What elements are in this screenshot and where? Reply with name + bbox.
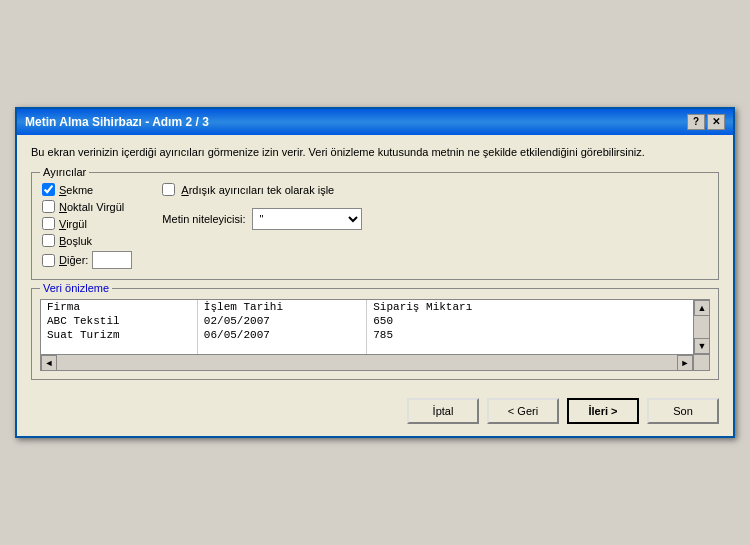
- table-row: Firma İşlem Tarihi Sipariş Miktarı: [41, 300, 709, 314]
- checkbox-item-diger[interactable]: Diğer:: [42, 251, 132, 269]
- checkbox-item-noktali[interactable]: Noktalı Virgül: [42, 200, 132, 213]
- next-button[interactable]: İleri >: [567, 398, 639, 424]
- button-bar: İptal < Geri İleri > Son: [17, 390, 733, 436]
- description-text: Bu ekran verinizin içerdiği ayırıcıları …: [31, 145, 719, 160]
- preview-group-label: Veri önizleme: [40, 282, 112, 294]
- scroll-track-vertical[interactable]: [694, 316, 709, 338]
- checkbox-sekme[interactable]: [42, 183, 55, 196]
- label-virgul: Virgül: [59, 218, 87, 230]
- col-tarih-header: İşlem Tarihi: [197, 300, 366, 314]
- scroll-right-button[interactable]: ►: [677, 355, 693, 371]
- label-diger: Diğer:: [59, 254, 88, 266]
- scroll-down-button[interactable]: ▼: [694, 338, 710, 354]
- checkbox-list: Sekme Noktalı Virgül Virgül Boşluk Diğer…: [42, 183, 132, 269]
- checkbox-item-bosluk[interactable]: Boşluk: [42, 234, 132, 247]
- diger-text-input[interactable]: [92, 251, 132, 269]
- right-options: Ardışık ayırıcıları tek olarak işle Meti…: [162, 183, 361, 230]
- col-miktar-header: Sipariş Miktarı: [367, 300, 709, 314]
- finish-button[interactable]: Son: [647, 398, 719, 424]
- ardisik-row: Ardışık ayırıcıları tek olarak işle: [162, 183, 361, 196]
- label-bosluk: Boşluk: [59, 235, 92, 247]
- help-button[interactable]: ?: [687, 114, 705, 130]
- qualifier-label: Metin niteleyicisi:: [162, 213, 245, 225]
- dialog-title: Metin Alma Sihirbazı - Adım 2 / 3: [25, 115, 209, 129]
- checkbox-item-virgul[interactable]: Virgül: [42, 217, 132, 230]
- cell-firma-2: Suat Turizm: [41, 328, 197, 342]
- vertical-scrollbar[interactable]: ▲ ▼: [693, 300, 709, 354]
- checkbox-diger[interactable]: [42, 254, 55, 267]
- qualifier-select[interactable]: " ' {yok}: [252, 208, 362, 230]
- label-noktali: Noktalı Virgül: [59, 201, 124, 213]
- title-bar-buttons: ? ✕: [687, 114, 725, 130]
- cell-miktar-2: 785: [367, 328, 709, 342]
- checkbox-noktali[interactable]: [42, 200, 55, 213]
- label-sekme: Sekme: [59, 184, 93, 196]
- label-ardisik: Ardışık ayırıcıları tek olarak işle: [181, 184, 334, 196]
- preview-table-container: Firma İşlem Tarihi Sipariş Miktarı ABC T…: [40, 299, 710, 371]
- cell-tarih-2: 06/05/2007: [197, 328, 366, 342]
- dialog-window: Metin Alma Sihirbazı - Adım 2 / 3 ? ✕ Bu…: [15, 107, 735, 438]
- cell-tarih-1: 02/05/2007: [197, 314, 366, 328]
- checkbox-ardisik[interactable]: [162, 183, 175, 196]
- checkbox-item-sekme[interactable]: Sekme: [42, 183, 132, 196]
- table-row: ABC Tekstil 02/05/2007 650: [41, 314, 709, 328]
- separators-group: Ayırıcılar Sekme Noktalı Virgül Virgül B…: [31, 172, 719, 280]
- preview-group: Veri önizleme Firma İşlem Tarihi Sipariş…: [31, 288, 719, 380]
- scroll-up-button[interactable]: ▲: [694, 300, 710, 316]
- cell-firma-1: ABC Tekstil: [41, 314, 197, 328]
- scroll-corner: [693, 354, 709, 370]
- table-row: Suat Turizm 06/05/2007 785: [41, 328, 709, 342]
- horizontal-scrollbar[interactable]: ◄ ►: [41, 354, 693, 370]
- separators-group-label: Ayırıcılar: [40, 166, 89, 178]
- scroll-left-button[interactable]: ◄: [41, 355, 57, 371]
- dialog-body: Bu ekran verinizin içerdiği ayırıcıları …: [17, 135, 733, 390]
- close-button[interactable]: ✕: [707, 114, 725, 130]
- back-button[interactable]: < Geri: [487, 398, 559, 424]
- title-bar: Metin Alma Sihirbazı - Adım 2 / 3 ? ✕: [17, 109, 733, 135]
- cell-miktar-1: 650: [367, 314, 709, 328]
- cancel-button[interactable]: İptal: [407, 398, 479, 424]
- checkbox-virgul[interactable]: [42, 217, 55, 230]
- checkbox-bosluk[interactable]: [42, 234, 55, 247]
- qualifier-row: Metin niteleyicisi: " ' {yok}: [162, 208, 361, 230]
- col-firma-header: Firma: [41, 300, 197, 314]
